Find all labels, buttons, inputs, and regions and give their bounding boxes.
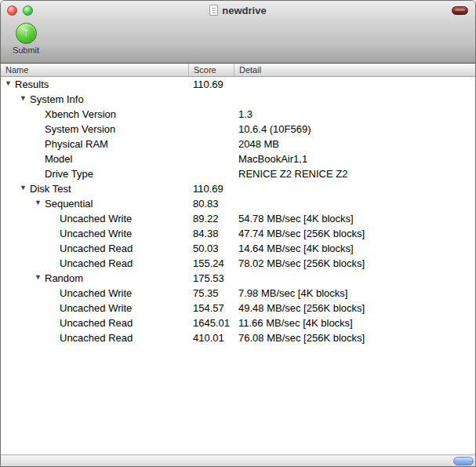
disclosure-triangle-icon[interactable]: ▼ [20,181,30,195]
row-detail: 1.3 [234,107,475,122]
row-score: 110.69 [189,77,234,92]
app-window: newdrive ↑ Submit Name Score Detail ▼Res… [0,0,476,467]
scroll-thumb[interactable] [453,457,474,465]
table-row[interactable]: ▼Xbench Version1.3 [1,107,475,122]
upload-arrow-icon: ↑ [16,23,37,44]
row-detail: 14.64 MB/sec [4K blocks] [234,241,475,256]
row-score: 50.03 [189,241,234,256]
row-score: 80.83 [189,196,234,211]
row-score: 155.24 [189,256,234,271]
table-row[interactable]: ▼ModelMacBookAir1,1 [1,151,475,166]
row-label: Drive Type [45,166,93,181]
row-label: Uncached Read [60,330,133,345]
submit-button[interactable]: ↑ Submit [7,23,45,55]
row-label: System Info [30,92,84,107]
row-label: Uncached Read [60,316,133,330]
row-score: 110.69 [189,181,234,196]
row-detail [234,196,475,211]
row-label: Uncached Write [60,286,132,301]
table-row[interactable]: ▼Results110.69 [1,77,475,92]
table-row[interactable]: ▼Uncached Write84.3847.74 MB/sec [256K b… [1,226,475,241]
row-score: 84.38 [189,226,234,241]
row-score [189,166,234,181]
row-detail: 49.48 MB/sec [256K blocks] [234,301,475,316]
table-row[interactable]: ▼Uncached Read1645.0111.66 MB/sec [4K bl… [1,316,475,330]
row-detail: 76.08 MB/sec [256K blocks] [234,330,475,345]
row-label: System Version [45,122,115,137]
disclosure-triangle-icon[interactable]: ▼ [5,77,15,91]
row-detail [234,181,475,196]
table-row[interactable]: ▼Uncached Read50.0314.64 MB/sec [4K bloc… [1,241,475,256]
table-row[interactable]: ▼System Version10.6.4 (10F569) [1,122,475,137]
row-label: Random [45,271,83,286]
row-score: 89.22 [189,211,234,226]
toolbar-toggle-button[interactable] [452,6,468,15]
submit-button-label: Submit [13,46,39,55]
row-score: 175.53 [189,271,234,286]
table-row[interactable]: ▼Sequential80.83 [1,196,475,211]
table-row[interactable]: ▼Drive TypeRENICE Z2 RENICE Z2 [1,166,475,181]
row-detail: 78.02 MB/sec [256K blocks] [234,256,475,271]
title-bar[interactable]: newdrive [1,1,475,20]
table-row[interactable]: ▼Random175.53 [1,271,475,286]
title-group: newdrive [209,5,266,16]
table-row[interactable]: ▼Uncached Write154.5749.48 MB/sec [256K … [1,301,475,316]
row-detail: 10.6.4 (10F569) [234,122,475,137]
row-label: Uncached Read [60,241,133,256]
column-header-detail[interactable]: Detail [234,64,475,76]
row-detail: 11.66 MB/sec [4K blocks] [234,316,475,330]
row-detail: MacBookAir1,1 [234,151,475,166]
column-header-name[interactable]: Name [1,64,189,76]
row-label: Uncached Write [60,226,132,241]
row-score: 154.57 [189,301,234,316]
disclosure-triangle-icon[interactable]: ▼ [35,196,45,210]
row-score: 410.01 [189,330,234,345]
document-icon [209,5,218,16]
row-label: Uncached Read [60,256,133,271]
zoom-button[interactable] [23,5,33,16]
disclosure-triangle-icon[interactable]: ▼ [35,271,45,285]
traffic-lights [7,1,33,20]
horizontal-scrollbar[interactable] [1,454,475,466]
row-score: 75.35 [189,286,234,301]
column-header-score[interactable]: Score [189,64,234,76]
row-label: Uncached Write [60,301,132,316]
close-button[interactable] [7,5,17,16]
table-row[interactable]: ▼Uncached Read155.2478.02 MB/sec [256K b… [1,256,475,271]
row-score [189,92,234,107]
row-score [189,107,234,122]
window-title: newdrive [222,5,266,16]
table-row[interactable]: ▼Uncached Write89.2254.78 MB/sec [4K blo… [1,211,475,226]
row-detail: RENICE Z2 RENICE Z2 [234,166,475,181]
row-label: Disk Test [30,181,71,196]
row-detail: 2048 MB [234,137,475,151]
disclosure-triangle-icon[interactable]: ▼ [20,92,30,106]
table-row[interactable]: ▼System Info [1,92,475,107]
row-detail [234,92,475,107]
row-label: Model [45,151,72,166]
row-detail [234,77,475,92]
row-detail: 7.98 MB/sec [4K blocks] [234,286,475,301]
row-detail: 54.78 MB/sec [4K blocks] [234,211,475,226]
row-label: Results [15,77,49,92]
table-row[interactable]: ▼Uncached Write75.357.98 MB/sec [4K bloc… [1,286,475,301]
table-row[interactable]: ▼Disk Test110.69 [1,181,475,196]
row-score [189,122,234,137]
results-table: ▼Results110.69▼System Info▼Xbench Versio… [1,77,475,455]
row-score: 1645.01 [189,316,234,330]
table-header: Name Score Detail [1,64,475,77]
row-label: Uncached Write [60,211,132,226]
row-score [189,151,234,166]
row-label: Physical RAM [45,137,108,151]
row-label: Xbench Version [45,107,116,122]
row-label: Sequential [45,196,93,211]
toolbar: ↑ Submit [1,20,475,64]
table-row[interactable]: ▼Physical RAM2048 MB [1,137,475,151]
table-row[interactable]: ▼Uncached Read410.0176.08 MB/sec [256K b… [1,330,475,345]
row-detail: 47.74 MB/sec [256K blocks] [234,226,475,241]
row-score [189,137,234,151]
row-detail [234,271,475,286]
